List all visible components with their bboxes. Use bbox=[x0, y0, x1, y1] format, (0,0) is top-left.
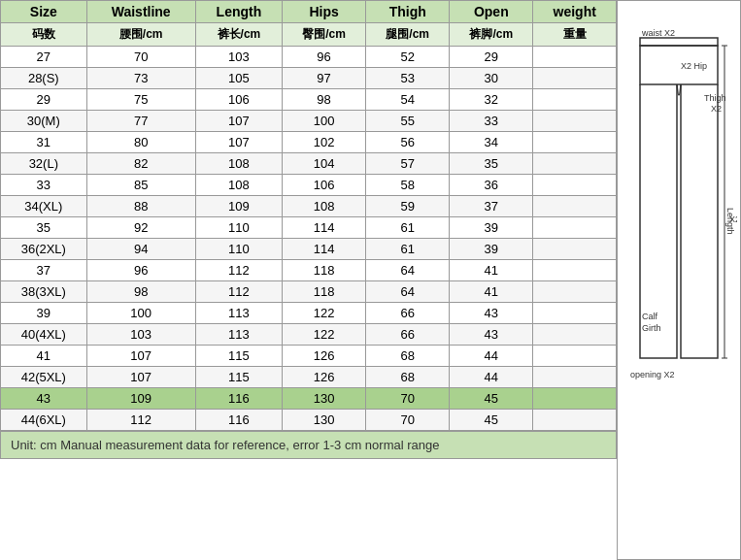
waist-cell: 107 bbox=[86, 367, 195, 388]
waist-cell: 94 bbox=[86, 239, 195, 260]
length-cell: 113 bbox=[195, 303, 282, 324]
weight-cell bbox=[533, 324, 617, 346]
table-section: Size Waistline Length Hips Thigh Open we… bbox=[0, 0, 617, 560]
length-cell: 108 bbox=[195, 153, 282, 175]
weight-cell bbox=[533, 303, 617, 324]
waist-cell: 98 bbox=[86, 281, 195, 303]
hips-cell: 104 bbox=[283, 153, 366, 175]
table-row: 36(2XL)941101146139 bbox=[1, 239, 617, 260]
col-hips-en: Hips bbox=[283, 1, 366, 23]
open-cell: 39 bbox=[450, 217, 533, 239]
length-cell: 115 bbox=[195, 346, 282, 367]
table-row: 28(S)73105975330 bbox=[1, 68, 617, 89]
hips-cell: 130 bbox=[283, 388, 366, 410]
open-cell: 43 bbox=[450, 303, 533, 324]
size-cell: 40(4XL) bbox=[1, 324, 87, 346]
col-thigh-en: Thigh bbox=[366, 1, 450, 23]
open-cell: 35 bbox=[450, 153, 533, 175]
length-cell: 115 bbox=[195, 367, 282, 388]
length-cell: 107 bbox=[195, 111, 282, 132]
weight-cell bbox=[533, 196, 617, 217]
table-row: 33851081065836 bbox=[1, 175, 617, 196]
hips-cell: 102 bbox=[283, 132, 366, 153]
table-row: 391001131226643 bbox=[1, 303, 617, 324]
size-cell: 27 bbox=[1, 47, 87, 68]
hips-cell: 100 bbox=[283, 111, 366, 132]
hips-cell: 98 bbox=[283, 89, 366, 111]
waist-cell: 96 bbox=[86, 260, 195, 281]
thigh-cell: 59 bbox=[366, 196, 450, 217]
size-cell: 35 bbox=[1, 217, 87, 239]
weight-cell bbox=[533, 217, 617, 239]
size-cell: 39 bbox=[1, 303, 87, 324]
weight-cell bbox=[533, 153, 617, 175]
thigh-cell: 61 bbox=[366, 239, 450, 260]
hips-cell: 96 bbox=[283, 47, 366, 68]
size-cell: 44(6XL) bbox=[1, 410, 87, 431]
x2thigh-label: X2 bbox=[711, 104, 722, 114]
hips-cell: 118 bbox=[283, 281, 366, 303]
length-cell: 110 bbox=[195, 217, 282, 239]
table-row: 2770103965229 bbox=[1, 47, 617, 68]
open-cell: 32 bbox=[450, 89, 533, 111]
open-cell: 30 bbox=[450, 68, 533, 89]
size-cell: 33 bbox=[1, 175, 87, 196]
col-open-en: Open bbox=[450, 1, 533, 23]
open-cell: 33 bbox=[450, 111, 533, 132]
length-cell: 103 bbox=[195, 47, 282, 68]
hips-cell: 130 bbox=[283, 410, 366, 431]
open-cell: 45 bbox=[450, 410, 533, 431]
opening-label: opening X2 bbox=[630, 370, 675, 379]
footer-note: Unit: cm Manual measurement data for ref… bbox=[0, 431, 617, 459]
hips-cell: 108 bbox=[283, 196, 366, 217]
weight-cell bbox=[533, 367, 617, 388]
table-row: 32(L)821081045735 bbox=[1, 153, 617, 175]
size-cell: 42(5XL) bbox=[1, 367, 87, 388]
length-cell: 113 bbox=[195, 324, 282, 346]
waist-cell: 80 bbox=[86, 132, 195, 153]
weight-cell bbox=[533, 281, 617, 303]
table-row: 35921101146139 bbox=[1, 217, 617, 239]
thigh-cell: 57 bbox=[366, 153, 450, 175]
thigh-cell: 61 bbox=[366, 217, 450, 239]
table-row: 31801071025634 bbox=[1, 132, 617, 153]
col-open-cn: 裤脚/cm bbox=[450, 23, 533, 47]
open-cell: 43 bbox=[450, 324, 533, 346]
thigh-cell: 55 bbox=[366, 111, 450, 132]
header-row-english: Size Waistline Length Hips Thigh Open we… bbox=[1, 1, 617, 23]
weight-cell bbox=[533, 132, 617, 153]
length-cell: 116 bbox=[195, 410, 282, 431]
open-cell: 37 bbox=[450, 196, 533, 217]
size-cell: 43 bbox=[1, 388, 87, 410]
col-size-cn: 码数 bbox=[1, 23, 87, 47]
table-row: 2975106985432 bbox=[1, 89, 617, 111]
waist-cell: 92 bbox=[86, 217, 195, 239]
length-cell: 107 bbox=[195, 132, 282, 153]
table-row: 37961121186441 bbox=[1, 260, 617, 281]
thigh-cell: 52 bbox=[366, 47, 450, 68]
length-cell: 116 bbox=[195, 388, 282, 410]
hips-cell: 114 bbox=[283, 239, 366, 260]
thigh-cell: 70 bbox=[366, 410, 450, 431]
waist-cell: 82 bbox=[86, 153, 195, 175]
table-row: 34(XL)881091085937 bbox=[1, 196, 617, 217]
thigh-cell: 54 bbox=[366, 89, 450, 111]
col-thigh-cn: 腿围/cm bbox=[366, 23, 450, 47]
length-cell: 110 bbox=[195, 239, 282, 260]
table-row: 38(3XL)981121186441 bbox=[1, 281, 617, 303]
hips-cell: 122 bbox=[283, 324, 366, 346]
svg-rect-0 bbox=[640, 38, 718, 46]
size-table: Size Waistline Length Hips Thigh Open we… bbox=[0, 0, 617, 431]
col-weight-cn: 重量 bbox=[533, 23, 617, 47]
open-cell: 39 bbox=[450, 239, 533, 260]
size-cell: 30(M) bbox=[1, 111, 87, 132]
waist-cell: 100 bbox=[86, 303, 195, 324]
open-cell: 29 bbox=[450, 47, 533, 68]
table-row: 30(M)771071005533 bbox=[1, 111, 617, 132]
table-row: 40(4XL)1031131226643 bbox=[1, 324, 617, 346]
open-cell: 44 bbox=[450, 367, 533, 388]
thigh-label: Thigh bbox=[704, 93, 726, 103]
weight-cell bbox=[533, 68, 617, 89]
length-cell: 109 bbox=[195, 196, 282, 217]
hips-cell: 114 bbox=[283, 217, 366, 239]
